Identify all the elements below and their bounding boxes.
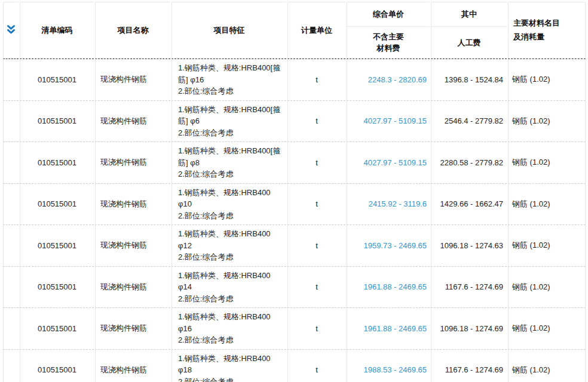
- item-feature: 1.钢筋种类、规格:HRB400[箍筋] φ6 2.部位:综合考虑: [172, 101, 286, 143]
- item-name: 现浇构件钢筋: [95, 267, 170, 309]
- row-expander-cell[interactable]: [3, 101, 19, 143]
- list-code: 010515001: [20, 350, 94, 382]
- column-header-code: 清单编码: [20, 2, 94, 59]
- item-name: 现浇构件钢筋: [95, 350, 170, 382]
- row-expander-cell[interactable]: [3, 142, 19, 184]
- column-header-feature: 项目特征: [172, 2, 286, 59]
- item-feature: 1.钢筋种类、规格:HRB400[箍筋] φ16 2.部位:综合考虑: [172, 59, 286, 101]
- row-expander-cell[interactable]: [3, 225, 19, 267]
- item-feature: 1.钢筋种类、规格:HRB400 φ14 2.部位:综合考虑: [172, 267, 286, 309]
- list-code: 010515001: [20, 267, 94, 309]
- item-name: 现浇构件钢筋: [95, 225, 170, 267]
- row-expander-cell[interactable]: [3, 308, 19, 350]
- labor-cost-range: 1167.6 - 1274.69: [431, 267, 507, 309]
- item-feature: 1.钢筋种类、规格:HRB400[箍筋] φ8 2.部位:综合考虑: [172, 142, 286, 184]
- row-expander-cell[interactable]: [3, 350, 19, 382]
- item-feature: 1.钢筋种类、规格:HRB400 φ10 2.部位:综合考虑: [172, 184, 286, 226]
- list-code: 010515001: [20, 142, 94, 184]
- measure-unit: t: [287, 308, 345, 350]
- measure-unit: t: [287, 184, 345, 226]
- labor-cost-range: 1396.8 - 1524.84: [431, 59, 507, 101]
- material-consumption: 钢筋 (1.02): [508, 59, 586, 101]
- table-row: 010515001 现浇构件钢筋 1.钢筋种类、规格:HRB400 φ12 2.…: [3, 225, 586, 267]
- table-row: 010515001 现浇构件钢筋 1.钢筋种类、规格:HRB400[箍筋] φ1…: [3, 59, 586, 101]
- column-header-labor: 人工费: [431, 27, 507, 59]
- labor-cost-range: 2280.58 - 2779.82: [431, 142, 507, 184]
- column-header-unit: 计量单位: [287, 2, 345, 59]
- item-name: 现浇构件钢筋: [95, 101, 170, 143]
- expand-all-double-chevron-down-icon[interactable]: [7, 24, 16, 35]
- list-code: 010515001: [20, 225, 94, 267]
- price-range-link[interactable]: 1961.88 - 2469.65: [347, 308, 430, 350]
- item-feature: 1.钢筋种类、规格:HRB400 φ18 2.部位:综合考虑: [172, 350, 286, 382]
- table-row: 010515001 现浇构件钢筋 1.钢筋种类、规格:HRB400 φ18 2.…: [3, 350, 586, 382]
- column-header-material: 主要材料名目 及消耗量: [508, 2, 586, 59]
- list-code: 010515001: [20, 101, 94, 143]
- item-name: 现浇构件钢筋: [95, 308, 170, 350]
- material-consumption: 钢筋 (1.02): [508, 101, 586, 143]
- price-range-link[interactable]: 2248.3 - 2820.69: [347, 59, 430, 101]
- item-name: 现浇构件钢筋: [95, 184, 170, 226]
- labor-cost-range: 1096.18 - 1274.63: [431, 225, 507, 267]
- material-consumption: 钢筋 (1.02): [508, 308, 586, 350]
- measure-unit: t: [287, 350, 345, 382]
- price-range-link[interactable]: 4027.97 - 5109.15: [347, 142, 430, 184]
- table-row: 010515001 现浇构件钢筋 1.钢筋种类、规格:HRB400 φ16 2.…: [3, 308, 586, 350]
- row-expander-cell[interactable]: [3, 267, 19, 309]
- measure-unit: t: [287, 59, 345, 101]
- material-consumption: 钢筋 (1.02): [508, 267, 586, 309]
- expander-header-cell: [3, 2, 19, 59]
- table-row: 010515001 现浇构件钢筋 1.钢筋种类、规格:HRB400[箍筋] φ6…: [3, 101, 586, 143]
- labor-cost-range: 1096.18 - 1274.69: [431, 308, 507, 350]
- price-range-link[interactable]: 1961.88 - 2469.65: [347, 267, 430, 309]
- price-range-link[interactable]: 4027.97 - 5109.15: [347, 101, 430, 143]
- price-list-table: 清单编码 项目名称 项目特征 计量单位 综合单价 其中 主要材料名目 及消耗量 …: [2, 2, 587, 382]
- list-code: 010515001: [20, 184, 94, 226]
- price-range-link[interactable]: 2415.92 - 3119.6: [347, 184, 430, 226]
- material-consumption: 钢筋 (1.02): [508, 350, 586, 382]
- item-feature: 1.钢筋种类、规格:HRB400 φ12 2.部位:综合考虑: [172, 225, 286, 267]
- row-expander-cell[interactable]: [3, 59, 19, 101]
- row-expander-cell[interactable]: [3, 184, 19, 226]
- measure-unit: t: [287, 225, 345, 267]
- table-header: 清单编码 项目名称 项目特征 计量单位 综合单价 其中 主要材料名目 及消耗量 …: [3, 2, 586, 59]
- list-code: 010515001: [20, 59, 94, 101]
- measure-unit: t: [287, 101, 345, 143]
- price-range-link[interactable]: 1988.53 - 2469.65: [347, 350, 430, 382]
- column-header-name: 项目名称: [95, 2, 170, 59]
- table-row: 010515001 现浇构件钢筋 1.钢筋种类、规格:HRB400[箍筋] φ8…: [3, 142, 586, 184]
- item-name: 现浇构件钢筋: [95, 142, 170, 184]
- labor-cost-range: 2546.4 - 2779.82: [431, 101, 507, 143]
- price-range-link[interactable]: 1959.73 - 2469.65: [347, 225, 430, 267]
- item-name: 现浇构件钢筋: [95, 59, 170, 101]
- material-consumption: 钢筋 (1.02): [508, 184, 586, 226]
- material-consumption: 钢筋 (1.02): [508, 142, 586, 184]
- labor-cost-range: 1167.6 - 1274.69: [431, 350, 507, 382]
- table-row: 010515001 现浇构件钢筋 1.钢筋种类、规格:HRB400 φ14 2.…: [3, 267, 586, 309]
- measure-unit: t: [287, 267, 345, 309]
- list-code: 010515001: [20, 308, 94, 350]
- material-consumption: 钢筋 (1.02): [508, 225, 586, 267]
- column-header-among: 其中: [431, 2, 507, 27]
- item-feature: 1.钢筋种类、规格:HRB400 φ16 2.部位:综合考虑: [172, 308, 286, 350]
- column-header-price-excl-material: 不含主要 材料费: [347, 27, 430, 59]
- labor-cost-range: 1429.66 - 1662.47: [431, 184, 507, 226]
- table-row: 010515001 现浇构件钢筋 1.钢筋种类、规格:HRB400 φ10 2.…: [3, 184, 586, 226]
- measure-unit: t: [287, 142, 345, 184]
- column-header-composite-price: 综合单价: [347, 2, 430, 27]
